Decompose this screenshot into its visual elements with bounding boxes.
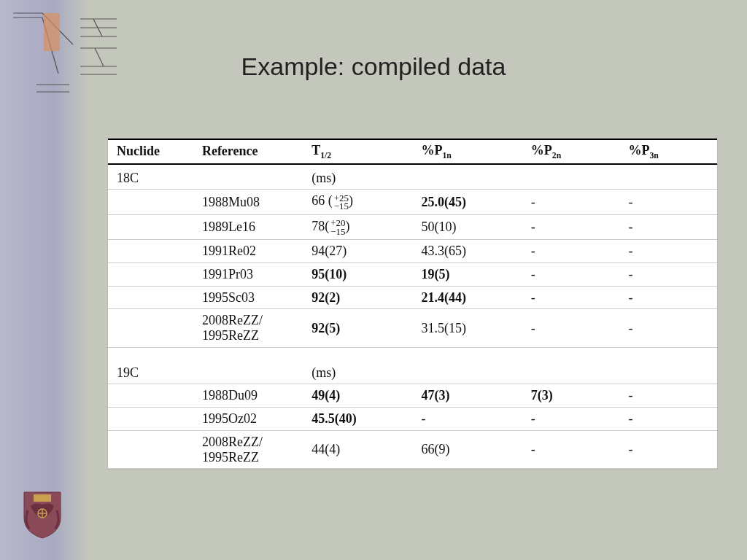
slide: Example: compiled data Nuclide Reference… <box>0 0 747 560</box>
university-crest-icon <box>20 489 64 540</box>
cell-nuclide <box>108 408 193 431</box>
cell-p2n: - <box>522 240 620 263</box>
cell-unit: (ms) <box>303 359 412 384</box>
cell-reference: 1995Oz02 <box>193 408 303 431</box>
cell-reference <box>193 359 303 384</box>
cell-nuclide <box>108 263 193 287</box>
cell-p3n <box>619 359 717 384</box>
cell-p3n: - <box>619 214 717 240</box>
table-row: 1988Du0949(4)47(3)7(3)- <box>108 384 717 408</box>
cell-p1n: 47(3) <box>412 384 522 408</box>
data-table: Nuclide Reference T1/2 %P1n %P2n %P3n 18… <box>108 139 717 469</box>
cell-p2n: - <box>522 263 620 287</box>
table-header-row: Nuclide Reference T1/2 %P1n %P2n %P3n <box>108 139 717 164</box>
col-p2n: %P2n <box>522 139 620 164</box>
slide-title: Example: compiled data <box>0 52 747 81</box>
cell-p1n: 43.3(65) <box>412 240 522 263</box>
cell-p3n: - <box>619 240 717 263</box>
col-p3n: %P3n <box>619 139 717 164</box>
cell-p3n: - <box>619 190 717 215</box>
cell-t12: 44(4) <box>303 430 412 468</box>
cell-t12: 92(2) <box>303 286 412 309</box>
cell-nuclide <box>108 214 193 240</box>
table-row: 1995Oz0245.5(40)--- <box>108 408 717 431</box>
table-row: 2008ReZZ/1995ReZZ92(5)31.5(15)-- <box>108 309 717 347</box>
cell-p1n: 25.0(45) <box>412 190 522 215</box>
cell-p2n: - <box>522 286 620 309</box>
cell-nuclide: 18C <box>108 164 193 190</box>
cell-p3n <box>619 164 717 190</box>
cell-p1n: 31.5(15) <box>412 309 522 347</box>
cell-p1n: 66(9) <box>412 430 522 468</box>
cell-reference: 1995Sc03 <box>193 286 303 309</box>
cell-reference: 2008ReZZ/1995ReZZ <box>193 430 303 468</box>
cell-p2n: - <box>522 214 620 240</box>
col-p1n: %P1n <box>412 139 522 164</box>
cell-p2n: - <box>522 408 620 431</box>
svg-rect-14 <box>34 494 51 502</box>
cell-p1n: 50(10) <box>412 214 522 240</box>
table-row: 2008ReZZ/1995ReZZ44(4)66(9)-- <box>108 430 717 468</box>
cell-p2n: - <box>522 190 620 215</box>
cell-nuclide <box>108 190 193 215</box>
table-row: 1991Pr0395(10)19(5)-- <box>108 263 717 287</box>
cell-p2n: - <box>522 430 620 468</box>
cell-p2n <box>522 359 620 384</box>
cell-p3n: - <box>619 263 717 287</box>
sidebar-decoration <box>0 0 89 560</box>
cell-p1n: 19(5) <box>412 263 522 287</box>
cell-nuclide <box>108 309 193 347</box>
cell-p1n: - <box>412 408 522 431</box>
cell-t12: 66 (+25−15) <box>303 190 412 215</box>
nuclide-section-row: 19C(ms) <box>108 359 717 384</box>
cell-nuclide <box>108 384 193 408</box>
table-row: 1995Sc0392(2)21.4(44)-- <box>108 286 717 309</box>
cell-reference: 1988Du09 <box>193 384 303 408</box>
cell-t12: 45.5(40) <box>303 408 412 431</box>
cell-p3n: - <box>619 286 717 309</box>
cell-reference: 1991Pr03 <box>193 263 303 287</box>
cell-p1n: 21.4(44) <box>412 286 522 309</box>
col-t12: T1/2 <box>303 139 412 164</box>
decay-scheme-icon <box>7 4 124 99</box>
cell-t12: 94(27) <box>303 240 412 263</box>
cell-nuclide: 19C <box>108 359 193 384</box>
cell-p1n <box>412 359 522 384</box>
cell-p3n: - <box>619 430 717 468</box>
col-nuclide: Nuclide <box>108 139 193 164</box>
cell-nuclide <box>108 430 193 468</box>
cell-reference <box>193 164 303 190</box>
cell-t12: 95(10) <box>303 263 412 287</box>
cell-p2n: - <box>522 309 620 347</box>
table-row: 1989Le1678(+20−15)50(10)-- <box>108 214 717 240</box>
table-row: 1988Mu0866 (+25−15)25.0(45)-- <box>108 190 717 215</box>
cell-t12: 49(4) <box>303 384 412 408</box>
nuclide-section-row: 18C(ms) <box>108 164 717 190</box>
cell-reference: 1989Le16 <box>193 214 303 240</box>
decay-highlight-icon <box>44 13 60 51</box>
cell-p3n: - <box>619 408 717 431</box>
table-row: 1991Re0294(27)43.3(65)-- <box>108 240 717 263</box>
cell-t12: 78(+20−15) <box>303 214 412 240</box>
cell-reference: 2008ReZZ/1995ReZZ <box>193 309 303 347</box>
cell-unit: (ms) <box>303 164 412 190</box>
cell-p2n <box>522 164 620 190</box>
spacer-row <box>108 347 717 359</box>
cell-p2n: 7(3) <box>522 384 620 408</box>
cell-nuclide <box>108 286 193 309</box>
cell-t12: 92(5) <box>303 309 412 347</box>
cell-p1n <box>412 164 522 190</box>
cell-nuclide <box>108 240 193 263</box>
cell-p3n: - <box>619 384 717 408</box>
cell-reference: 1991Re02 <box>193 240 303 263</box>
col-reference: Reference <box>193 139 303 164</box>
cell-p3n: - <box>619 309 717 347</box>
cell-reference: 1988Mu08 <box>193 190 303 215</box>
